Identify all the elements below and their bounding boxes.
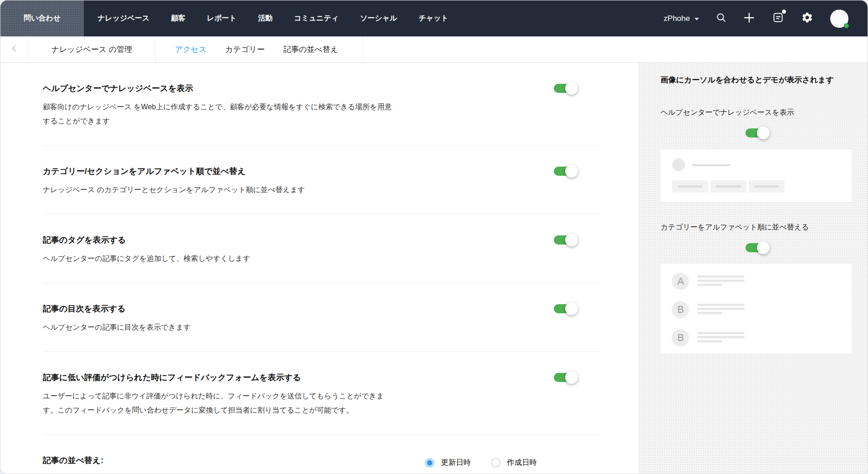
setting-description: ユーザーによって記事に非ウイ評価がつけられた時に、フィードバックを送信してもらう… [43,389,398,417]
placeholder-header [672,158,852,171]
nav-item-knowledge-base[interactable]: ナレッジベース [97,14,149,23]
toggle-feedback-form[interactable] [554,373,575,382]
placeholder-lines [697,273,745,290]
tab-article-sort[interactable]: 記事の並べ替え [283,44,338,55]
sub-nav: ナレッジベース の管理 アクセス カテゴリー 記事の並べ替え [0,36,868,63]
article-sort-radio-group: 更新日時 作成日時 [425,458,537,468]
demo-label: カテゴリーをアルファベット順に並べ替える [660,223,852,232]
placeholder-avatar [672,158,685,171]
placeholder-buttons [672,180,852,193]
nav-right-controls: zPhohe [664,0,868,36]
placeholder-list-item: B [672,301,852,318]
setting-description: ナレッジベース のカテゴリーとセクションをアルファベット順に並べ替えます [43,183,305,197]
search-button[interactable] [716,12,726,25]
demo-toggle-wrap [660,243,852,252]
top-nav: 問い合わせ ナレッジベース 顧客 レポート 活動 コミュニティ ソーシャル チャ… [0,0,868,36]
department-selector[interactable]: zPhohe [664,14,699,23]
placeholder-list-item: B [672,329,852,347]
demo-sort-categories: カテゴリーをアルファベット順に並べ替える A B B [660,223,852,353]
nav-item-customers[interactable]: 顧客 [171,14,185,23]
user-avatar[interactable] [830,10,848,28]
chevron-left-icon [10,44,19,55]
placeholder-lines [697,329,745,347]
setting-text: 記事に低い評価がつけられた時にフィードバックフォームを表示する ユーザーによって… [43,372,398,417]
search-icon [716,12,726,25]
setting-description: ヘルプセンターの記事にタグを追加して、検索しやすくします [43,251,250,265]
online-status-dot [844,23,849,28]
demo-toggle-show-kb[interactable] [745,128,766,138]
setting-text: ヘルプセンターでナレッジベースを表示 顧客向けのナレッジベース をWeb上に作成… [43,83,398,128]
placeholder-line [692,164,730,166]
release-notes-button[interactable] [772,11,784,25]
placeholder-list-item: A [672,273,852,290]
add-button[interactable] [743,12,755,25]
setting-row-article-toc: 記事の目次を表示する ヘルプセンターの記事に目次を表示できます [43,283,601,352]
setting-text: 記事のタグを表示する ヘルプセンターの記事にタグを追加して、検索しやすくします [43,234,250,265]
demo-toggle-sort-categories[interactable] [745,243,766,252]
setting-row-sort-categories: カテゴリー/セクションをアルファベット順で並べ替え ナレッジベース のカテゴリー… [43,146,601,214]
tab-category[interactable]: カテゴリー [225,44,265,55]
nav-item-social[interactable]: ソーシャル [360,14,398,23]
page-title: ナレッジベース の管理 [28,36,156,62]
setting-text: カテゴリー/セクションをアルファベット順で並べ替え ナレッジベース のカテゴリー… [43,166,305,197]
setting-title: 記事のタグを表示する [43,234,250,245]
radio-label: 作成日時 [507,458,537,468]
chevron-down-icon [694,18,699,20]
demo-show-kb: ヘルプセンターでナレッジベースを表示 [660,108,852,202]
settings-button[interactable] [801,11,813,25]
radio-unselected-icon [491,458,500,468]
plus-icon [743,12,755,25]
radio-label: 更新日時 [441,458,471,468]
setting-row-article-tags: 記事のタグを表示する ヘルプセンターの記事にタグを追加して、検索しやすくします [43,214,601,283]
toggle-knob [565,302,578,315]
placeholder-button [749,180,785,193]
demo-sidebar: 画像にカーソルを合わせるとデモが表示されます ヘルプセンターでナレッジベースを表… [638,63,868,474]
placeholder-button [672,180,708,193]
gear-icon [801,11,813,25]
setting-text: 記事の目次を表示する ヘルプセンターの記事に目次を表示できます [43,303,191,334]
radio-option-updated-time[interactable]: 更新日時 [425,458,471,468]
placeholder-lines [697,301,745,318]
nav-item-inquiries[interactable]: 問い合わせ [0,0,84,36]
toggle-show-article-toc[interactable] [554,304,575,313]
setting-title: 記事の並べ替え: [43,455,266,466]
page-body: ヘルプセンターでナレッジベースを表示 顧客向けのナレッジベース をWeb上に作成… [0,63,868,474]
toggle-knob [565,82,578,95]
settings-list: ヘルプセンターでナレッジベースを表示 顧客向けのナレッジベース をWeb上に作成… [0,63,638,474]
nav-item-community[interactable]: コミュニティ [294,14,338,23]
toggle-sort-categories-alpha[interactable] [554,167,575,176]
setting-title: ヘルプセンターでナレッジベースを表示 [43,83,398,94]
toggle-knob [565,234,578,246]
placeholder-button [710,180,746,193]
toggle-show-kb-helpcenter[interactable] [554,84,575,93]
setting-description: 顧客向けのナレッジベース をWeb上に作成することで、顧客が必要な情報をすぐに検… [43,100,398,128]
letter-badge: B [672,329,689,347]
setting-title: 記事に低い評価がつけられた時にフィードバックフォームを表示する [43,372,398,383]
nav-item-chat[interactable]: チャット [419,14,449,23]
demo-toggle-wrap [660,128,852,138]
release-notes-icon [772,11,784,25]
demo-label: ヘルプセンターでナレッジベースを表示 [660,108,852,117]
back-button[interactable] [0,36,28,62]
setting-description: ナレッジベース に表示される記事の初期表示順を選択してください [43,472,266,474]
sidebar-heading: 画像にカーソルを合わせるとデモが表示されます [660,75,852,85]
settings-tabs: アクセス カテゴリー 記事の並べ替え [156,36,363,62]
radio-dot [427,460,432,465]
setting-text: 記事の並べ替え: ナレッジベース に表示される記事の初期表示順を選択してください [43,455,266,474]
radio-option-created-time[interactable]: 作成日時 [491,458,537,468]
toggle-knob [565,165,578,178]
tab-access[interactable]: アクセス [175,44,207,55]
setting-title: 記事の目次を表示する [43,303,191,314]
notification-dot [782,10,786,14]
toggle-show-article-tags[interactable] [554,235,575,245]
nav-items: ナレッジベース 顧客 レポート 活動 コミュニティ ソーシャル チャット [97,0,449,36]
nav-item-activities[interactable]: 活動 [258,14,272,23]
toggle-knob [757,127,770,139]
toggle-knob [565,371,578,384]
setting-row-show-kb: ヘルプセンターでナレッジベースを表示 顧客向けのナレッジベース をWeb上に作成… [43,63,601,146]
setting-row-article-sort: 記事の並べ替え: ナレッジベース に表示される記事の初期表示順を選択してください… [43,435,601,474]
setting-description: ヘルプセンターの記事に目次を表示できます [43,320,191,334]
toggle-knob [757,241,770,254]
nav-item-reports[interactable]: レポート [207,14,236,23]
demo-card-helpcenter [660,149,852,202]
